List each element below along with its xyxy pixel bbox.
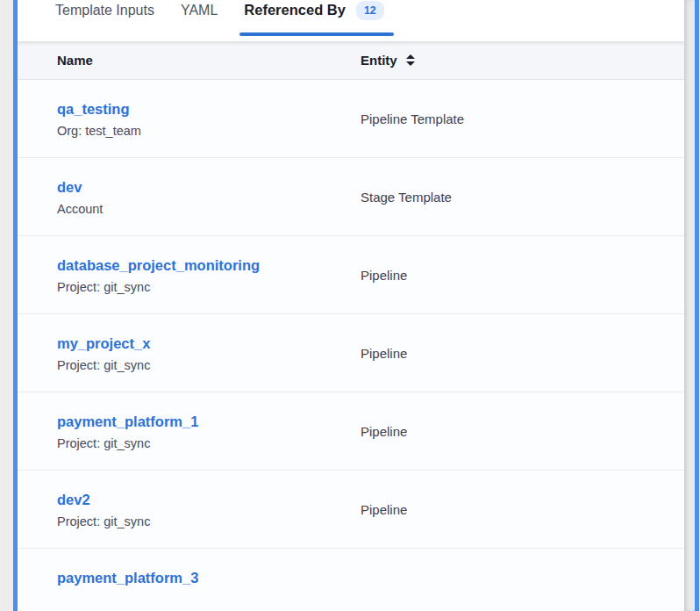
tab-yaml[interactable]: YAML: [181, 0, 218, 19]
name-cell: payment_platform_1 Project: git_sync: [18, 392, 361, 470]
template-name-link[interactable]: payment_platform_3: [57, 569, 198, 587]
referenced-by-table: Name Entity qa_testing Org: test_team Pi…: [18, 41, 684, 611]
name-cell: my_project_x Project: git_sync: [18, 314, 361, 392]
row-scope-label: Project: git_sync: [57, 435, 361, 452]
row-scope-label: Org: test_team: [57, 123, 361, 140]
row-scope-label: Project: git_sync: [57, 514, 361, 530]
name-cell: dev Account: [18, 158, 361, 235]
table-row: qa_testing Org: test_team Pipeline Templ…: [18, 80, 684, 158]
template-details-drawer: Template Inputs YAML Referenced By 12 Na…: [13, 0, 699, 611]
referenced-by-count-badge: 12: [356, 1, 384, 20]
tab-template-inputs[interactable]: Template Inputs: [55, 0, 154, 19]
template-name-link[interactable]: dev: [57, 178, 82, 197]
tab-referenced-by[interactable]: Referenced By 12: [244, 0, 383, 20]
row-scope-label: Project: git_sync: [57, 279, 361, 296]
column-header-name: Name: [18, 53, 361, 68]
page: Template Inputs YAML Referenced By 12 Na…: [0, 0, 700, 611]
table-row: dev2 Project: git_sync Pipeline: [18, 471, 684, 549]
row-scope-label: Account: [57, 201, 361, 218]
row-entity-label: Pipeline: [361, 236, 684, 313]
row-entity-label: Pipeline: [361, 314, 684, 392]
template-name-link[interactable]: payment_platform_1: [57, 413, 198, 431]
name-cell: qa_testing Org: test_team: [18, 80, 361, 157]
table-row: payment_platform_3: [18, 549, 684, 611]
row-entity-label: Pipeline: [361, 392, 684, 470]
tab-label: Template Inputs: [55, 1, 154, 19]
name-cell: payment_platform_3: [18, 549, 361, 611]
tab-label: Referenced By: [244, 1, 346, 19]
sort-arrows-icon[interactable]: [406, 54, 415, 66]
tab-label: YAML: [181, 1, 218, 19]
template-name-link[interactable]: my_project_x: [57, 334, 150, 353]
name-cell: dev2 Project: git_sync: [18, 471, 361, 548]
column-header-entity[interactable]: Entity: [361, 53, 684, 68]
table-row: payment_platform_1 Project: git_sync Pip…: [18, 392, 684, 471]
row-scope-label: Project: git_sync: [57, 357, 361, 374]
column-header-entity-label: Entity: [361, 53, 397, 68]
name-cell: database_project_monitoring Project: git…: [18, 236, 361, 313]
scrollbar-track[interactable]: [684, 0, 695, 611]
table-header-row: Name Entity: [18, 41, 684, 80]
drawer-content: Template Inputs YAML Referenced By 12 Na…: [18, 0, 684, 611]
template-name-link[interactable]: database_project_monitoring: [57, 256, 260, 275]
table-row: database_project_monitoring Project: git…: [18, 236, 684, 314]
row-entity-label: Pipeline: [361, 471, 684, 548]
tab-bar: Template Inputs YAML Referenced By 12: [18, 0, 684, 41]
row-entity-label: Stage Template: [361, 158, 684, 235]
template-name-link[interactable]: dev2: [57, 491, 90, 509]
table-row: my_project_x Project: git_sync Pipeline: [18, 314, 684, 392]
table-row: dev Account Stage Template: [18, 158, 684, 236]
template-name-link[interactable]: qa_testing: [57, 100, 130, 119]
row-entity-label: [361, 549, 684, 611]
row-entity-label: Pipeline Template: [361, 80, 684, 157]
